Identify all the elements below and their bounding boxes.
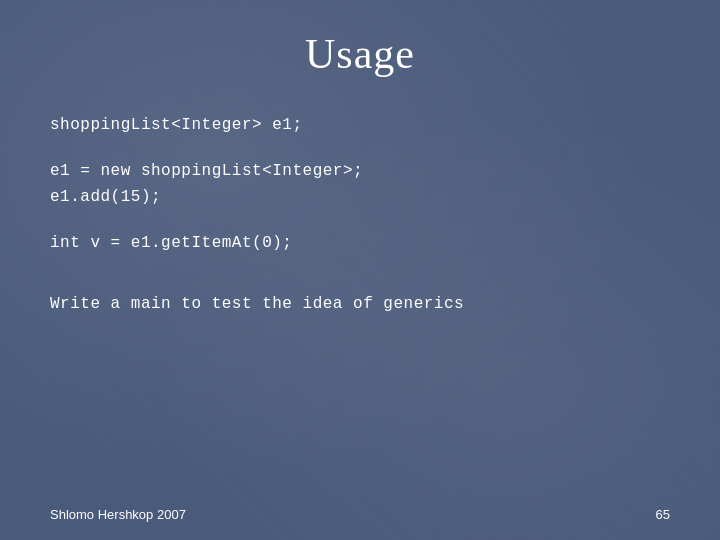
footer-author: Shlomo Hershkop 2007 (50, 507, 186, 522)
bottom-text: Write a main to test the idea of generic… (50, 295, 670, 313)
footer-page-number: 65 (656, 507, 670, 522)
code-line-declaration: shoppingList<Integer> e1; (50, 113, 670, 137)
code-line-new: e1 = new shoppingList<Integer>; (50, 159, 670, 183)
slide-container: Usage shoppingList<Integer> e1; e1 = new… (0, 0, 720, 540)
code-line-getitem: int v = e1.getItemAt(0); (50, 231, 670, 255)
code-line-add: e1.add(15); (50, 185, 670, 209)
code-section-getitem: int v = e1.getItemAt(0); (50, 231, 670, 255)
code-section-instantiation: e1 = new shoppingList<Integer>; e1.add(1… (50, 159, 670, 209)
code-section-declaration: shoppingList<Integer> e1; (50, 113, 670, 137)
code-block: shoppingList<Integer> e1; e1 = new shopp… (50, 113, 670, 255)
footer: Shlomo Hershkop 2007 65 (50, 507, 670, 522)
slide-title: Usage (50, 30, 670, 78)
